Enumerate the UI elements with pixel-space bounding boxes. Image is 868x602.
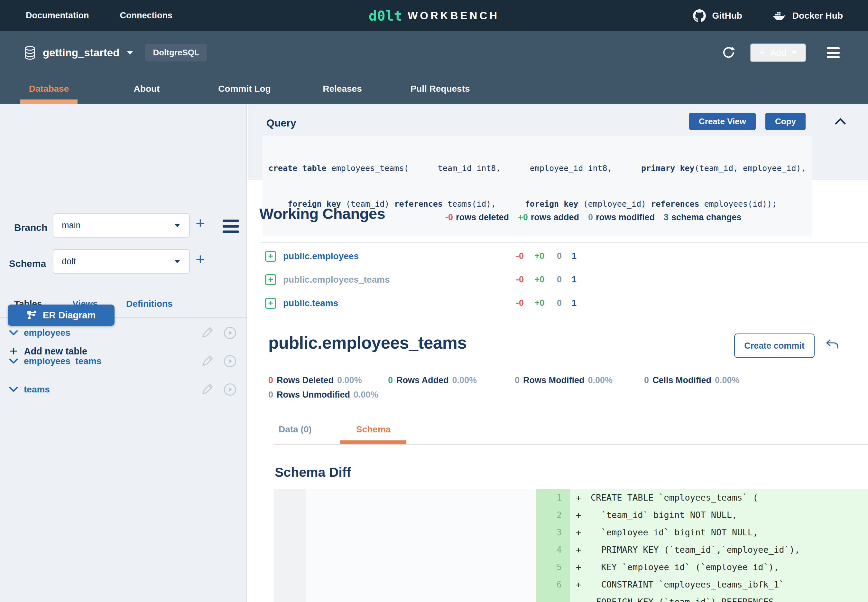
tab-releases[interactable]: Releases [293, 74, 391, 104]
main-content: Query Create View Copy create table empl… [248, 104, 868, 602]
chevron-down-icon [174, 223, 181, 227]
tabs-divider [274, 444, 868, 445]
rows-added-count: +0 [518, 212, 528, 223]
schema-label: Schema [9, 258, 46, 269]
working-changes-stats: -0rows deleted +0rows added 0rows modifi… [445, 212, 742, 223]
tab-commit-log[interactable]: Commit Log [196, 74, 293, 104]
copy-button[interactable]: Copy [765, 113, 805, 130]
working-changes-title: Working Changes [259, 205, 385, 223]
add-button[interactable]: + Add [750, 43, 806, 62]
github-icon [693, 9, 706, 22]
dockerhub-link[interactable]: Docker Hub [772, 10, 843, 21]
add-new-table-label: Add new table [24, 346, 87, 357]
change-row-public-employees[interactable]: + public.employees -0+001 [265, 244, 587, 268]
query-title: Query [266, 117, 296, 129]
collapse-query-icon[interactable] [834, 118, 846, 125]
plus-icon: + [759, 47, 765, 58]
run-query-icon[interactable] [223, 355, 237, 368]
table-row-teams[interactable]: teams [0, 375, 247, 404]
add-schema-button[interactable]: + [196, 251, 205, 267]
tab-data[interactable]: Data (0) [279, 424, 312, 435]
rows-modified-count: 0 [588, 212, 593, 223]
sidebar-tab-definitions[interactable]: Definitions [126, 299, 173, 309]
change-row-public-employees-teams[interactable]: + public.employees_teams -0+001 [265, 268, 587, 291]
database-icon [24, 46, 36, 60]
change-table-name[interactable]: public.teams [283, 298, 338, 309]
chevron-down-icon[interactable] [9, 358, 18, 364]
logo-dolt-text: d0lt [369, 8, 403, 23]
added-table-icon: + [265, 251, 276, 262]
schema-diff-title: Schema Diff [275, 465, 351, 480]
run-query-icon[interactable] [223, 326, 237, 339]
schema-select[interactable]: dolt [53, 249, 190, 273]
plus-icon: + [10, 344, 18, 358]
edit-pencil-icon[interactable] [201, 355, 214, 368]
tab-database[interactable]: Database [0, 74, 98, 104]
er-diagram-icon [27, 310, 37, 320]
edit-pencil-icon[interactable] [201, 383, 214, 396]
table-detail-stats: 0Rows Deleted0.00% 0Rows Added0.00% 0Row… [268, 375, 815, 400]
edit-pencil-icon[interactable] [201, 326, 214, 339]
table-name[interactable]: employees [24, 328, 70, 338]
menu-icon[interactable] [827, 47, 840, 58]
add-button-label: Add [770, 48, 786, 58]
chevron-down-icon[interactable] [9, 387, 18, 392]
doltgresql-badge: DoltgreSQL [145, 44, 207, 61]
branch-label: Branch [14, 222, 47, 233]
diff-added-code: +CREATE TABLE `employees_teams` ( + `tea… [570, 489, 868, 602]
change-table-name[interactable]: public.employees [283, 251, 359, 261]
diff-left-gutter [274, 489, 306, 602]
added-table-icon: + [265, 298, 276, 309]
sidebar: Branch main + Schema dolt + Tables Views… [0, 104, 247, 602]
added-table-icon: + [265, 274, 276, 285]
logo-workbench-text: WORKBENCH [408, 10, 499, 22]
table-list: employees employees_teams teams [0, 319, 247, 404]
branch-select-value: main [62, 221, 81, 230]
chevron-down-icon[interactable] [9, 330, 18, 336]
change-table-name[interactable]: public.employees_teams [283, 275, 390, 285]
run-query-icon[interactable] [223, 383, 237, 396]
tab-about[interactable]: About [98, 74, 196, 104]
section-divider [260, 243, 868, 243]
create-commit-button[interactable]: Create commit [734, 333, 814, 358]
database-name[interactable]: getting_started [43, 47, 119, 59]
top-navigation-bar: Documentation Connections d0lt WORKBENCH… [0, 0, 868, 31]
add-new-table-button[interactable]: + Add new table [10, 344, 87, 358]
refresh-icon[interactable] [722, 46, 735, 60]
nav-connections[interactable]: Connections [120, 11, 173, 21]
branch-menu-icon[interactable] [223, 220, 239, 233]
schema-select-value: dolt [62, 256, 76, 267]
create-view-button[interactable]: Create View [689, 113, 756, 130]
er-diagram-button[interactable]: ER Diagram [8, 304, 115, 326]
github-link[interactable]: GitHub [693, 9, 742, 22]
diff-line-numbers: 1 2 3 4 5 6 [536, 489, 570, 602]
chevron-down-icon [791, 51, 797, 55]
table-detail-title: public.employees_teams [268, 333, 467, 353]
github-link-label: GitHub [712, 11, 742, 21]
schema-changes-count: 3 [664, 212, 669, 223]
chevron-down-icon [174, 259, 181, 264]
sql-line-1: create table employees_teams( team_id in… [268, 162, 806, 174]
add-branch-button[interactable]: + [196, 215, 205, 231]
schema-diff-viewer: 1 2 3 4 5 6 +CREATE TABLE `employees_tea… [274, 489, 868, 602]
dockerhub-link-label: Docker Hub [792, 11, 843, 21]
query-panel: Query Create View Copy create table empl… [248, 104, 868, 180]
branch-select[interactable]: main [53, 213, 190, 238]
table-name[interactable]: teams [24, 384, 50, 395]
working-changes-list: + public.employees -0+001 + public.emplo… [265, 244, 587, 315]
er-diagram-label: ER Diagram [43, 310, 96, 321]
nav-documentation[interactable]: Documentation [26, 11, 89, 21]
undo-changes-icon[interactable] [825, 339, 839, 350]
diff-left-panel [306, 489, 536, 602]
rows-deleted-count: -0 [445, 212, 453, 223]
dolt-workbench-logo: d0lt WORKBENCH [369, 8, 499, 23]
top-nav: Documentation Connections [0, 11, 173, 21]
change-row-public-teams[interactable]: + public.teams -0+001 [265, 291, 587, 315]
database-tabs-bar: Database About Commit Log Releases Pull … [0, 74, 868, 104]
database-caret-icon[interactable] [126, 51, 133, 55]
docker-whale-icon [772, 10, 786, 21]
tab-schema[interactable]: Schema [356, 424, 390, 435]
tab-pull-requests[interactable]: Pull Requests [391, 74, 489, 104]
database-header-bar: getting_started DoltgreSQL + Add [0, 31, 868, 74]
